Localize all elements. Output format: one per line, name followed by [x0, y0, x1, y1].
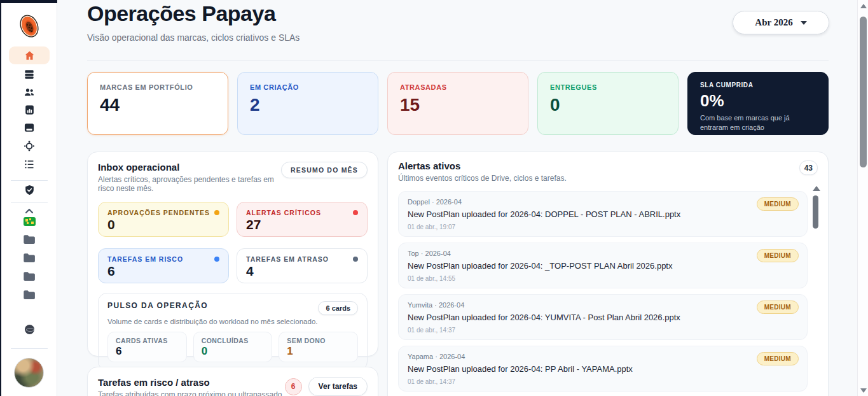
kpi-value: 0% — [700, 91, 816, 111]
stat-value: 27 — [246, 217, 358, 232]
kpi-em-criacao[interactable]: EM CRIAÇÃO 2 — [237, 72, 378, 135]
resumo-do-mes-button[interactable]: RESUMO DO MÊS — [281, 162, 368, 178]
sidebar-item-automations[interactable] — [1, 139, 57, 152]
blue-dot-icon — [214, 257, 219, 262]
pulse-metrics: CARDS ATIVAS 6 CONCLUÍDAS 0 SEM DONO 1 — [107, 332, 358, 362]
user-avatar[interactable] — [14, 358, 44, 388]
inbox-title: Inbox operacional — [98, 162, 281, 173]
kpi-label: EM CRIAÇÃO — [250, 83, 366, 91]
scrollbar-thumb[interactable] — [860, 17, 867, 167]
home-icon — [24, 50, 36, 62]
metric-label: CARDS ATIVAS — [116, 337, 179, 344]
severity-badge: MEDIUM — [757, 352, 799, 365]
tasks-panel: Tarefas em risco / atraso Tarefas atribu… — [87, 367, 378, 396]
sidebar-collapse-button[interactable] — [1, 208, 57, 214]
sidebar-item-tasks[interactable] — [1, 158, 57, 171]
sidebar-folder-2[interactable] — [1, 251, 57, 264]
alerts-scroll-up-icon[interactable] — [813, 186, 820, 191]
alert-timestamp: 01 de abr., 14:37 — [408, 327, 798, 334]
inbox-subtitle: Alertas críticos, aprovações pendentes e… — [98, 175, 281, 193]
stat-tarefas-em-risco[interactable]: TAREFAS EM RISCO 6 — [98, 248, 229, 283]
papaya-logo[interactable] — [1, 13, 57, 39]
stat-aprovacoes-pendentes[interactable]: APROVAÇÕES PENDENTES 0 — [98, 202, 229, 237]
shield-check-icon — [24, 184, 36, 196]
sidebar-folder-1[interactable] — [1, 233, 57, 245]
alert-meta: Top · 2026-04 — [408, 250, 798, 257]
alert-meta: Yapama · 2026-04 — [408, 353, 798, 360]
sidebar-divider — [11, 348, 48, 349]
tasks-subtitle: Tarefas atribuídas com prazo próximo ou … — [98, 390, 282, 396]
folder-icon — [22, 251, 36, 264]
bot-icon — [23, 139, 36, 152]
kpi-atrasadas[interactable]: ATRASADAS 15 — [387, 72, 528, 135]
alert-message: New PostPlan uploaded for 2026-04: PP Ab… — [408, 364, 798, 374]
slate-dot-icon — [353, 257, 358, 262]
sidebar-folder-3[interactable] — [1, 270, 57, 282]
header-divider — [87, 60, 829, 60]
ver-tarefas-button[interactable]: Ver tarefas — [308, 377, 368, 396]
stat-value: 0 — [107, 217, 219, 232]
chevron-down-icon — [801, 21, 807, 25]
pulse-cards-badge: 6 cards — [318, 301, 358, 315]
alert-message: New PostPlan uploaded for 2026-04: YUMVI… — [408, 313, 798, 322]
sidebar-item-home[interactable] — [9, 46, 50, 64]
kpi-label: ATRASADAS — [400, 83, 516, 91]
metric-label: SEM DONO — [287, 337, 350, 344]
papaya-logo-icon — [16, 13, 43, 39]
stat-tarefas-em-atraso[interactable]: TAREFAS EM ATRASO 4 — [237, 248, 368, 283]
sidebar-divider — [11, 180, 48, 181]
severity-badge: MEDIUM — [757, 197, 799, 211]
alert-timestamp: 01 de abr., 14:37 — [408, 378, 798, 385]
sidebar-drive-shortcut[interactable] — [1, 217, 57, 226]
period-selector[interactable]: Abr 2026 — [733, 11, 829, 34]
stat-label: APROVAÇÕES PENDENTES — [107, 209, 210, 216]
window-scrollbar[interactable] — [857, 0, 868, 396]
sidebar-item-admin[interactable] — [1, 184, 57, 196]
metric-value: 1 — [287, 345, 350, 358]
alerts-panel: Alertas ativos Últimos eventos críticos … — [387, 152, 829, 396]
kpi-marcas-portfolio[interactable]: MARCAS EM PORTFÓLIO 44 — [87, 72, 228, 135]
alert-item[interactable]: Yumvita · 2026-04 MEDIUM New PostPlan up… — [398, 294, 808, 340]
sidebar-folder-4[interactable] — [1, 288, 57, 301]
metric-sem-dono: SEM DONO 1 — [279, 332, 358, 362]
chart-icon — [24, 104, 36, 116]
kpi-row: MARCAS EM PORTFÓLIO 44 EM CRIAÇÃO 2 ATRA… — [87, 72, 829, 135]
kpi-value: 2 — [250, 95, 366, 115]
alert-item[interactable]: Doppel · 2026-04 MEDIUM New PostPlan upl… — [398, 191, 808, 237]
stat-label: ALERTAS CRÍTICOS — [246, 209, 321, 216]
tasks-count-badge: 6 — [285, 378, 302, 395]
scroll-up-icon[interactable] — [860, 4, 867, 8]
main-content: Operações Papaya Visão operacional das m… — [57, 0, 857, 396]
pulse-title: PULSO DA OPERAÇÃO — [107, 301, 208, 310]
inbox-panel: Inbox operacional Alertas críticos, apro… — [87, 152, 378, 357]
sidebar-external-link[interactable] — [1, 325, 57, 334]
severity-badge: MEDIUM — [757, 249, 799, 262]
pulse-card: PULSO DA OPERAÇÃO 6 cards Volume de card… — [98, 293, 368, 371]
amber-dot-icon — [214, 210, 219, 215]
stat-value: 6 — [107, 264, 219, 279]
alert-item[interactable]: Yapama · 2026-04 MEDIUM New PostPlan upl… — [398, 346, 808, 392]
metric-value: 0 — [202, 345, 265, 358]
sidebar-item-reports[interactable] — [1, 104, 57, 116]
severity-badge: MEDIUM — [757, 301, 799, 314]
alert-message: New PostPlan uploaded for 2026-04: DOPPE… — [408, 209, 798, 219]
image-thumbnail-icon — [24, 217, 36, 226]
scroll-down-icon[interactable] — [860, 388, 867, 393]
inbox-stats: APROVAÇÕES PENDENTES 0 ALERTAS CRÍTICOS … — [98, 202, 368, 283]
red-dot-icon — [353, 210, 358, 215]
alert-item[interactable]: Top · 2026-04 MEDIUM New PostPlan upload… — [398, 243, 808, 288]
users-icon — [23, 86, 36, 99]
alerts-subtitle: Últimos eventos críticos de Drive, ciclo… — [398, 174, 567, 183]
stack-icon — [23, 68, 36, 81]
sidebar-item-team[interactable] — [1, 86, 57, 99]
tasks-title: Tarefas em risco / atraso — [98, 377, 282, 388]
sidebar-item-boards[interactable] — [1, 68, 57, 81]
kpi-entregues[interactable]: ENTREGUES 0 — [537, 72, 679, 135]
globe-icon — [25, 325, 34, 334]
alerts-scrollbar-thumb[interactable] — [813, 195, 818, 229]
sidebar-divider — [11, 202, 48, 203]
stat-alertas-criticos[interactable]: ALERTAS CRÍTICOS 27 — [237, 202, 368, 237]
metric-cards-ativas: CARDS ATIVAS 6 — [107, 332, 187, 362]
kpi-sla-cumprida[interactable]: SLA CUMPRIDA 0% Com base em marcas que j… — [687, 72, 829, 135]
sidebar-item-screens[interactable] — [1, 122, 57, 134]
